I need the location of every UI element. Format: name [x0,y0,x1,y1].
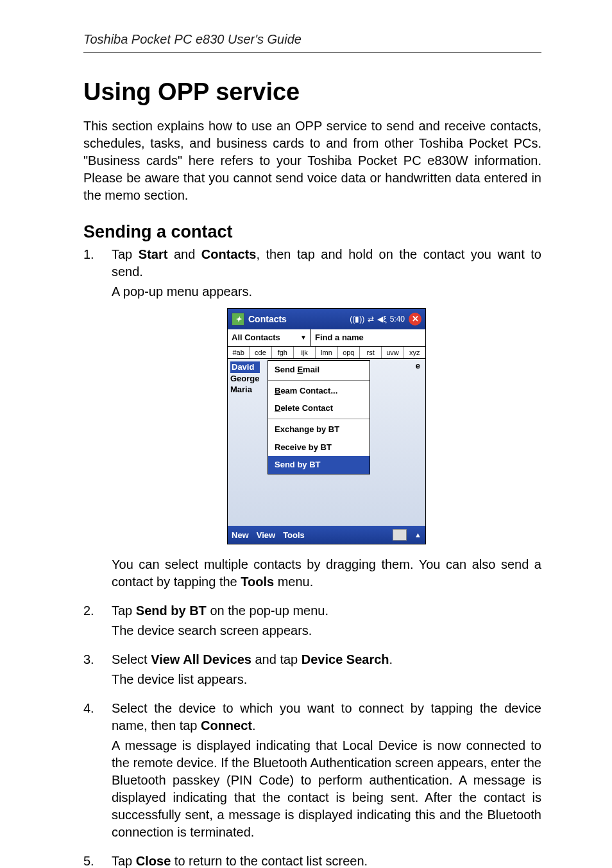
bold-start: Start [139,247,168,261]
contact-names: David George Maria [230,361,260,395]
step-1: 1. Tap Start and Contacts, then tap and … [83,246,541,593]
volume-icon: ◀ξ [377,314,386,324]
underline: D [275,403,280,413]
bold-close: Close [136,854,171,868]
context-menu: Send Email Beam Contact... Delete Contac… [268,360,370,474]
contact-david[interactable]: David [230,361,260,373]
keyboard-icon[interactable] [393,529,407,541]
chevron-up-icon[interactable]: ▲ [414,530,421,540]
step-2: 2. Tap Send by BT on the pop-up menu. Th… [83,602,541,642]
dropdown-label: All Contacts [232,332,280,343]
text: Tap [112,247,139,261]
step-2-line-2: The device search screen appears. [112,622,541,639]
text: and tap [251,652,302,666]
step-3: 3. Select View All Devices and tap Devic… [83,651,541,691]
find-input[interactable]: Find a name [311,329,425,346]
titlebar: ✦ Contacts ((▮)) ⇄ ◀ξ 5:40 ✕ [228,309,425,329]
menu-send-bt[interactable]: Send by BT [268,456,370,474]
header-rule [83,52,541,53]
step-4-line-2: A message is displayed indicating that L… [112,737,541,841]
step-4: 4. Select the device to which you want t… [83,700,541,844]
underline: E [297,365,303,374]
bottom-menubar: New View Tools ▲ [228,526,425,544]
page-title: Using OPP service [83,78,541,106]
alpha-tab[interactable]: fgh [272,347,294,359]
text: menu. [274,575,313,589]
text: Tap [112,854,136,868]
contacts-filter-dropdown[interactable]: All Contacts ▼ [228,329,311,346]
bold-connect: Connect [201,718,252,733]
intro-paragraph: This section explains how to use an OPP … [83,117,541,204]
text: You can select multiple contacts by drag… [112,557,541,589]
sync-icon: ⇄ [368,314,374,324]
running-header: Toshiba Pocket PC e830 User's Guide [83,32,541,47]
alpha-index[interactable]: #ab cde fgh ijk lmn opq rst uvw xyz [228,347,425,360]
bold-send-bt: Send by BT [136,603,207,618]
step-1-line-1: Tap Start and Contacts, then tap and hol… [112,246,541,281]
alpha-tab[interactable]: uvw [382,347,404,359]
signal-icon: ((▮)) [350,314,364,324]
step-3-line-2: The device list appears. [112,671,541,688]
menu-beam-contact[interactable]: Beam Contact... [268,382,370,400]
text: Send [275,365,297,374]
bold-view-all: View All Devices [151,652,251,666]
underline: B [275,386,280,395]
contact-george[interactable]: George [230,373,260,385]
step-5: 5. Tap Close to return to the contact li… [83,853,541,868]
clock-text: 5:40 [390,314,405,324]
app-title: Contacts [248,313,346,326]
text: and [167,247,201,261]
alpha-tab[interactable]: #ab [228,347,250,359]
text: mail [303,365,319,374]
text: . [389,652,393,666]
text: eam Contact... [280,386,337,395]
text: elete Contact [280,403,333,413]
menu-send-email[interactable]: Send Email [268,361,370,379]
menu-receive-bt[interactable]: Receive by BT [268,438,370,456]
step-number: 4. [83,700,112,844]
filter-bar: All Contacts ▼ Find a name [228,329,425,347]
step-3-line-1: Select View All Devices and tap Device S… [112,651,541,668]
alpha-tab[interactable]: xyz [404,347,425,359]
step-number: 2. [83,602,112,642]
text: Tap [112,603,136,618]
chevron-down-icon: ▼ [300,333,307,342]
menu-delete-contact[interactable]: Delete Contact [268,399,370,417]
menu-new[interactable]: New [232,530,249,541]
step-4-line-1: Select the device to which you want to c… [112,700,541,734]
bold-contacts: Contacts [201,247,257,261]
alpha-tab[interactable]: cde [250,347,271,359]
text: on the pop-up menu. [207,603,328,618]
text: Select [112,652,151,666]
step-1-line-2: A pop-up menu appears. [112,283,541,300]
alpha-tab[interactable]: ijk [294,347,316,359]
bold-device-search: Device Search [302,652,389,666]
column-headers: n e [366,360,420,372]
step-number: 1. [83,246,112,593]
pocket-pc-screen: ✦ Contacts ((▮)) ⇄ ◀ξ 5:40 ✕ All Contact… [227,308,426,544]
menu-tools[interactable]: Tools [283,530,305,541]
text: to return to the contact list screen. [171,854,368,868]
subheading: Sending a contact [83,222,541,242]
contacts-list[interactable]: n e David George Maria Send Email [228,359,425,526]
col-e: e [416,360,420,372]
contact-maria[interactable]: Maria [230,384,260,395]
step-2-line-1: Tap Send by BT on the pop-up menu. [112,602,541,620]
step-number: 3. [83,651,112,691]
menu-sep [268,419,370,419]
text: Select the device to which you want to c… [112,701,541,733]
embedded-screenshot: ✦ Contacts ((▮)) ⇄ ◀ξ 5:40 ✕ All Contact… [112,308,541,544]
alpha-tab[interactable]: lmn [316,347,337,359]
menu-sep [268,380,370,381]
menu-view[interactable]: View [257,530,275,541]
bold-tools: Tools [241,575,274,589]
text: . [252,718,256,733]
menu-exchange-bt[interactable]: Exchange by BT [268,421,370,438]
step-5-line-1: Tap Close to return to the contact list … [112,853,541,868]
alpha-tab[interactable]: opq [338,347,360,359]
step-1-after: You can select multiple contacts by drag… [112,556,541,591]
start-flag-icon[interactable]: ✦ [232,313,244,326]
alpha-tab[interactable]: rst [360,347,382,359]
step-number: 5. [83,853,112,868]
close-icon[interactable]: ✕ [409,313,421,326]
